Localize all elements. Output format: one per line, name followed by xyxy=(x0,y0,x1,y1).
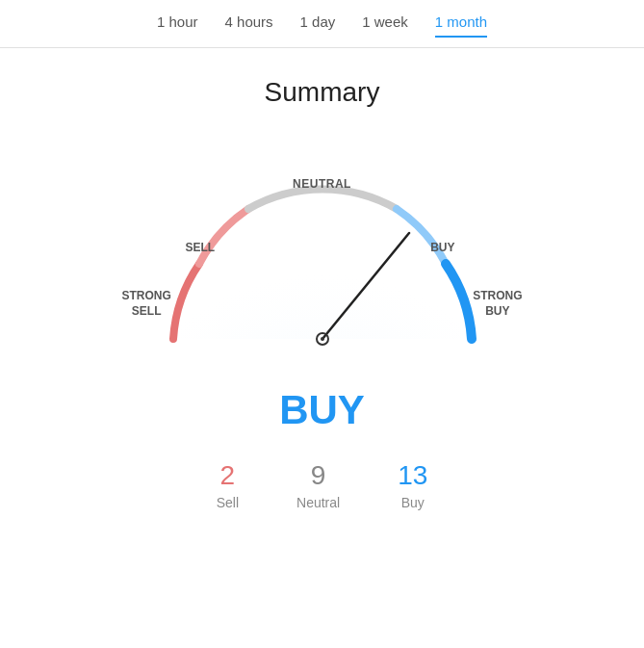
gauge-svg xyxy=(120,137,525,368)
stat-sell: 2 Sell xyxy=(217,460,239,510)
svg-point-4 xyxy=(321,337,324,341)
stat-sell-value: 2 xyxy=(220,460,236,491)
tab-1w[interactable]: 1 week xyxy=(362,13,408,38)
tab-bar: 1 hour 4 hours 1 day 1 week 1 month xyxy=(0,0,644,48)
stat-neutral: 9 Neutral xyxy=(296,460,340,510)
tab-1d[interactable]: 1 day xyxy=(300,13,336,38)
label-strong-sell: STRONGSELL xyxy=(122,289,171,319)
label-strong-buy: STRONGBUY xyxy=(473,289,522,319)
stat-buy-value: 13 xyxy=(398,460,427,491)
label-sell: SELL xyxy=(186,241,216,254)
tab-4h[interactable]: 4 hours xyxy=(225,13,273,38)
stat-buy: 13 Buy xyxy=(398,460,427,510)
main-content: Summary xyxy=(0,48,644,510)
label-neutral: NEUTRAL xyxy=(293,177,351,191)
stat-buy-label: Buy xyxy=(401,495,425,510)
stat-neutral-label: Neutral xyxy=(296,495,340,510)
summary-title: Summary xyxy=(265,77,380,108)
label-buy: BUY xyxy=(430,241,454,254)
tab-1mo[interactable]: 1 month xyxy=(435,13,487,38)
tab-1h[interactable]: 1 hour xyxy=(157,13,198,38)
signal-label: BUY xyxy=(279,387,365,433)
stats-row: 2 Sell 9 Neutral 13 Buy xyxy=(217,460,428,510)
gauge-container: STRONGSELL SELL NEUTRAL BUY STRONGBUY xyxy=(120,137,525,368)
stat-neutral-value: 9 xyxy=(311,460,326,491)
stat-sell-label: Sell xyxy=(217,495,239,510)
